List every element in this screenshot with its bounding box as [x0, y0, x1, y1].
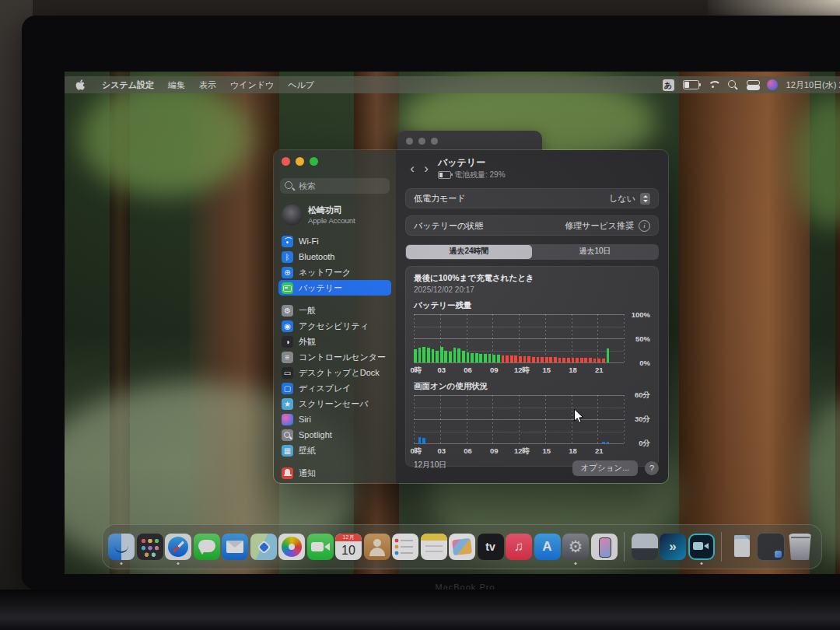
- sidebar-item-battery[interactable]: バッテリー: [278, 280, 391, 296]
- account-name: 松崎功司: [308, 205, 342, 215]
- maps-icon: [250, 534, 277, 560]
- sidebar-item-accessibility[interactable]: ◉アクセシビリティ: [278, 318, 391, 334]
- dock-item-calendar[interactable]: 12月10: [335, 534, 362, 560]
- dock-item-finder[interactable]: [108, 534, 135, 560]
- minimize-icon[interactable]: [418, 138, 425, 145]
- dock-item-window-thumb[interactable]: [632, 534, 658, 560]
- sidebar-item-appearance[interactable]: ◑外観: [278, 334, 391, 349]
- sidebar-item-control-center[interactable]: ≡コントロールセンター: [278, 349, 391, 365]
- close-icon[interactable]: [406, 138, 413, 145]
- dock-item-music[interactable]: ♫: [506, 534, 532, 560]
- menu-item-表示[interactable]: 表示: [192, 79, 223, 91]
- chart-plot: [414, 395, 624, 443]
- chart-bar: [502, 355, 505, 362]
- dock-item-appstore[interactable]: A: [534, 534, 561, 560]
- apple-logo-icon[interactable]: [75, 79, 86, 91]
- dock-item-iphone-mirroring[interactable]: [591, 534, 618, 560]
- sidebar-item-label: アクセシビリティ: [299, 320, 369, 332]
- dock-item-settings-app[interactable]: ⚙: [562, 534, 589, 560]
- zoom-icon[interactable]: [310, 157, 318, 166]
- chart-bar: [545, 357, 548, 362]
- sidebar-item-wifi[interactable]: Wi-Fi: [278, 233, 391, 249]
- chart-bar: [527, 356, 530, 362]
- wifi-status-icon[interactable]: [708, 81, 719, 89]
- forward-button[interactable]: ›: [419, 161, 433, 177]
- general-icon: ⚙: [282, 305, 293, 317]
- options-button[interactable]: オプション...: [572, 460, 638, 476]
- back-button[interactable]: ‹: [405, 161, 419, 177]
- dock-item-launchpad[interactable]: [137, 534, 163, 560]
- info-icon[interactable]: i: [639, 220, 650, 232]
- sidebar-item-notifications[interactable]: 通知: [278, 465, 391, 481]
- tab-過去10日[interactable]: 過去10日: [532, 245, 658, 259]
- sidebar-item-label: Spotlight: [299, 430, 332, 439]
- chart-bar: [558, 358, 562, 362]
- battery-history-card: 最後に100%まで充電されたとき 2025/12/02 20:17 バッテリー残…: [405, 266, 659, 467]
- dock-item-mail[interactable]: [222, 534, 248, 560]
- freeform-icon: [449, 534, 475, 560]
- sidebar-item-display[interactable]: ▢ディスプレイ: [278, 380, 391, 396]
- low-power-mode-row: 低電力モード しない: [405, 188, 659, 208]
- chart-bar: [506, 355, 509, 362]
- chart-bar: [436, 351, 439, 363]
- input-method-icon[interactable]: あ: [663, 79, 674, 91]
- menu-item-編集[interactable]: 編集: [161, 79, 192, 91]
- dock-item-photos[interactable]: [278, 534, 305, 560]
- dock-item-facetime[interactable]: [307, 534, 334, 560]
- notes-icon: [421, 534, 447, 560]
- documents-icon: [729, 534, 755, 560]
- sidebar-item-wallpaper[interactable]: ▦壁紙: [278, 443, 391, 458]
- menu-item-ウインドウ[interactable]: ウインドウ: [223, 79, 281, 91]
- dock: 12月10tv♫A⚙»: [102, 524, 822, 569]
- battery-icon: [282, 282, 293, 294]
- dock-item-tv[interactable]: tv: [478, 534, 504, 560]
- chart-x-axis: 0時03060912時151821: [414, 366, 624, 375]
- sidebar-item-screensaver[interactable]: ★スクリーンセーバ: [278, 396, 391, 411]
- sidebar-item-network[interactable]: ⊕ネットワーク: [278, 264, 391, 280]
- dock-item-notes[interactable]: [421, 534, 447, 560]
- sidebar-item-apple-account[interactable]: 松崎功司 Apple Account: [274, 201, 396, 233]
- dock-item-minimized-window[interactable]: [757, 533, 785, 561]
- chart-bar: [593, 359, 597, 362]
- battery-status-icon[interactable]: [683, 80, 699, 89]
- chart-bar: [602, 442, 605, 443]
- control-center-icon[interactable]: [747, 80, 758, 90]
- appstore-icon: A: [534, 534, 561, 560]
- settings-app-icon: ⚙: [562, 534, 589, 560]
- siri-icon[interactable]: [767, 79, 778, 90]
- dock-item-documents[interactable]: [729, 534, 755, 560]
- running-indicator: [177, 562, 180, 565]
- dock-item-reminders[interactable]: [392, 534, 418, 560]
- zoom-icon[interactable]: [431, 138, 438, 145]
- dock-item-filmora[interactable]: »: [660, 534, 686, 560]
- search-icon[interactable]: [728, 80, 738, 90]
- minimize-icon[interactable]: [296, 157, 304, 166]
- search-input[interactable]: 検索: [280, 178, 390, 194]
- sidebar-item-sound[interactable]: サウンド: [278, 481, 391, 484]
- dock-item-screen-recorder[interactable]: [688, 534, 715, 560]
- dock-item-contacts[interactable]: [364, 534, 390, 560]
- help-button[interactable]: ?: [645, 461, 659, 475]
- control-center-icon: ≡: [282, 352, 293, 363]
- sidebar-item-siri[interactable]: Siri: [278, 411, 391, 427]
- dock-item-freeform[interactable]: [449, 534, 475, 560]
- dock-item-safari[interactable]: [165, 534, 191, 560]
- display-icon: ▢: [282, 383, 293, 394]
- menu-bar-clock[interactable]: 12月10日(水) 22:19: [786, 79, 840, 91]
- low-power-mode-select[interactable]: しない: [609, 193, 650, 205]
- sidebar-item-general[interactable]: ⚙一般: [278, 303, 391, 318]
- dock-item-messages[interactable]: [194, 534, 220, 560]
- menu-item-ヘルプ[interactable]: ヘルプ: [281, 79, 321, 91]
- sidebar-item-spotlight[interactable]: Spotlight: [278, 427, 391, 443]
- chart-bar: [580, 358, 583, 362]
- dock-item-maps[interactable]: [250, 534, 277, 560]
- dock-item-trash[interactable]: [787, 534, 814, 560]
- close-icon[interactable]: [282, 157, 290, 166]
- screen-on-usage-chart: 画面オンの使用状況 60分30分0分 0時03060912時151821 12月…: [414, 381, 650, 471]
- menu-item-システム設定[interactable]: システム設定: [95, 79, 161, 91]
- mail-icon: [222, 534, 248, 560]
- tab-過去24時間[interactable]: 過去24時間: [406, 245, 532, 259]
- sidebar-item-dock[interactable]: ▭デスクトップとDock: [278, 365, 391, 380]
- finder-icon: [108, 534, 135, 560]
- sidebar-item-bluetooth[interactable]: ᛒBluetooth: [278, 249, 391, 264]
